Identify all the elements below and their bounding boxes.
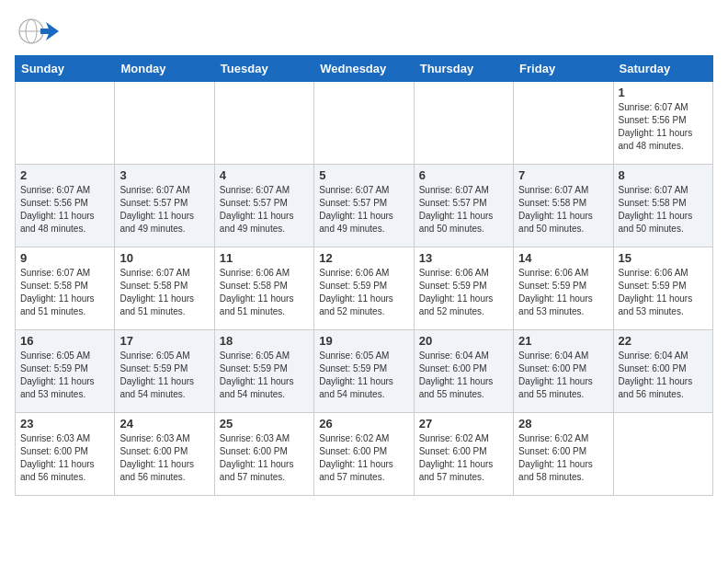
- day-info: Sunrise: 6:07 AM Sunset: 5:57 PM Dayligh…: [119, 184, 209, 236]
- weekday-header: Wednesday: [314, 56, 414, 82]
- calendar-cell: 21Sunrise: 6:04 AM Sunset: 6:00 PM Dayli…: [514, 330, 613, 413]
- day-info: Sunrise: 6:06 AM Sunset: 5:59 PM Dayligh…: [518, 267, 608, 318]
- day-info: Sunrise: 6:07 AM Sunset: 5:57 PM Dayligh…: [419, 184, 508, 236]
- calendar-week-row: 1Sunrise: 6:07 AM Sunset: 5:56 PM Daylig…: [16, 82, 713, 165]
- weekday-header: Thursday: [414, 56, 513, 82]
- day-number: 2: [20, 168, 109, 182]
- day-info: Sunrise: 6:07 AM Sunset: 5:56 PM Dayligh…: [619, 101, 708, 153]
- weekday-header: Monday: [115, 56, 214, 82]
- calendar-cell: 26Sunrise: 6:02 AM Sunset: 6:00 PM Dayli…: [314, 413, 414, 496]
- calendar-cell: 28Sunrise: 6:02 AM Sunset: 6:00 PM Dayli…: [514, 413, 613, 496]
- day-info: Sunrise: 6:02 AM Sunset: 6:00 PM Dayligh…: [319, 432, 408, 484]
- day-info: Sunrise: 6:06 AM Sunset: 5:59 PM Dayligh…: [419, 267, 508, 318]
- calendar-cell: [16, 82, 115, 165]
- day-info: Sunrise: 6:07 AM Sunset: 5:58 PM Dayligh…: [20, 267, 109, 318]
- day-info: Sunrise: 6:06 AM Sunset: 5:58 PM Dayligh…: [220, 267, 309, 318]
- weekday-header: Friday: [514, 56, 613, 82]
- day-info: Sunrise: 6:05 AM Sunset: 5:59 PM Dayligh…: [119, 350, 209, 401]
- day-info: Sunrise: 6:07 AM Sunset: 5:58 PM Dayligh…: [518, 184, 608, 236]
- calendar-cell: 6Sunrise: 6:07 AM Sunset: 5:57 PM Daylig…: [414, 165, 513, 247]
- day-info: Sunrise: 6:03 AM Sunset: 6:00 PM Dayligh…: [20, 432, 109, 484]
- weekday-header: Saturday: [613, 56, 712, 82]
- day-info: Sunrise: 6:03 AM Sunset: 6:00 PM Dayligh…: [220, 432, 309, 484]
- day-number: 24: [119, 417, 209, 431]
- calendar-cell: 22Sunrise: 6:04 AM Sunset: 6:00 PM Dayli…: [613, 330, 712, 413]
- calendar-cell: 16Sunrise: 6:05 AM Sunset: 5:59 PM Dayli…: [16, 330, 115, 413]
- calendar-week-row: 9Sunrise: 6:07 AM Sunset: 5:58 PM Daylig…: [16, 247, 713, 330]
- calendar-cell: 7Sunrise: 6:07 AM Sunset: 5:58 PM Daylig…: [514, 165, 613, 247]
- calendar-cell: 25Sunrise: 6:03 AM Sunset: 6:00 PM Dayli…: [214, 413, 313, 496]
- calendar-cell: 2Sunrise: 6:07 AM Sunset: 5:56 PM Daylig…: [16, 165, 115, 247]
- day-info: Sunrise: 6:05 AM Sunset: 5:59 PM Dayligh…: [20, 350, 109, 401]
- calendar-cell: 17Sunrise: 6:05 AM Sunset: 5:59 PM Dayli…: [115, 330, 214, 413]
- day-number: 12: [319, 251, 408, 265]
- day-info: Sunrise: 6:02 AM Sunset: 6:00 PM Dayligh…: [518, 432, 608, 484]
- day-number: 15: [619, 251, 708, 265]
- calendar-cell: 13Sunrise: 6:06 AM Sunset: 5:59 PM Dayli…: [414, 247, 513, 330]
- day-number: 26: [319, 417, 408, 431]
- day-number: 23: [20, 417, 109, 431]
- calendar-cell: [314, 82, 414, 165]
- calendar-week-row: 16Sunrise: 6:05 AM Sunset: 5:59 PM Dayli…: [16, 330, 713, 413]
- day-number: 1: [619, 86, 708, 99]
- calendar-cell: 5Sunrise: 6:07 AM Sunset: 5:57 PM Daylig…: [314, 165, 414, 247]
- calendar-cell: 14Sunrise: 6:06 AM Sunset: 5:59 PM Dayli…: [514, 247, 613, 330]
- day-number: 8: [619, 168, 708, 182]
- day-info: Sunrise: 6:06 AM Sunset: 5:59 PM Dayligh…: [619, 267, 708, 318]
- calendar-cell: [414, 82, 513, 165]
- day-number: 4: [220, 168, 309, 182]
- weekday-header: Sunday: [16, 56, 115, 82]
- calendar-cell: 3Sunrise: 6:07 AM Sunset: 5:57 PM Daylig…: [115, 165, 214, 247]
- calendar-cell: 18Sunrise: 6:05 AM Sunset: 5:59 PM Dayli…: [214, 330, 313, 413]
- page-header: [15, 15, 713, 48]
- day-info: Sunrise: 6:05 AM Sunset: 5:59 PM Dayligh…: [220, 350, 309, 401]
- day-number: 10: [119, 251, 209, 265]
- calendar-cell: 10Sunrise: 6:07 AM Sunset: 5:58 PM Dayli…: [115, 247, 214, 330]
- calendar-week-row: 23Sunrise: 6:03 AM Sunset: 6:00 PM Dayli…: [16, 413, 713, 496]
- logo: [15, 15, 63, 48]
- day-number: 7: [518, 168, 608, 182]
- day-number: 6: [419, 168, 508, 182]
- day-number: 11: [220, 251, 309, 265]
- day-number: 3: [119, 168, 209, 182]
- calendar-week-row: 2Sunrise: 6:07 AM Sunset: 5:56 PM Daylig…: [16, 165, 713, 247]
- day-info: Sunrise: 6:07 AM Sunset: 5:57 PM Dayligh…: [220, 184, 309, 236]
- day-number: 19: [319, 334, 408, 348]
- weekday-header: Tuesday: [214, 56, 313, 82]
- day-number: 17: [119, 334, 209, 348]
- day-number: 5: [319, 168, 408, 182]
- day-number: 25: [220, 417, 309, 431]
- calendar-cell: [214, 82, 313, 165]
- calendar-table: SundayMondayTuesdayWednesdayThursdayFrid…: [15, 55, 713, 496]
- calendar-cell: 20Sunrise: 6:04 AM Sunset: 6:00 PM Dayli…: [414, 330, 513, 413]
- day-info: Sunrise: 6:07 AM Sunset: 5:57 PM Dayligh…: [319, 184, 408, 236]
- day-number: 27: [419, 417, 508, 431]
- calendar-cell: 27Sunrise: 6:02 AM Sunset: 6:00 PM Dayli…: [414, 413, 513, 496]
- day-number: 13: [419, 251, 508, 265]
- calendar-header-row: SundayMondayTuesdayWednesdayThursdayFrid…: [16, 56, 713, 82]
- calendar-cell: 23Sunrise: 6:03 AM Sunset: 6:00 PM Dayli…: [16, 413, 115, 496]
- calendar-cell: [613, 413, 712, 496]
- day-number: 18: [220, 334, 309, 348]
- day-info: Sunrise: 6:07 AM Sunset: 5:58 PM Dayligh…: [619, 184, 708, 236]
- calendar-cell: [115, 82, 214, 165]
- day-info: Sunrise: 6:02 AM Sunset: 6:00 PM Dayligh…: [419, 432, 508, 484]
- logo-icon: [15, 15, 59, 48]
- calendar-cell: 12Sunrise: 6:06 AM Sunset: 5:59 PM Dayli…: [314, 247, 414, 330]
- calendar-cell: 11Sunrise: 6:06 AM Sunset: 5:58 PM Dayli…: [214, 247, 313, 330]
- day-info: Sunrise: 6:06 AM Sunset: 5:59 PM Dayligh…: [319, 267, 408, 318]
- day-info: Sunrise: 6:04 AM Sunset: 6:00 PM Dayligh…: [419, 350, 508, 401]
- calendar-cell: 15Sunrise: 6:06 AM Sunset: 5:59 PM Dayli…: [613, 247, 712, 330]
- calendar-cell: 19Sunrise: 6:05 AM Sunset: 5:59 PM Dayli…: [314, 330, 414, 413]
- calendar-cell: 1Sunrise: 6:07 AM Sunset: 5:56 PM Daylig…: [613, 82, 712, 165]
- calendar-cell: 24Sunrise: 6:03 AM Sunset: 6:00 PM Dayli…: [115, 413, 214, 496]
- day-number: 9: [20, 251, 109, 265]
- svg-rect-4: [40, 29, 51, 34]
- calendar-cell: [514, 82, 613, 165]
- day-info: Sunrise: 6:05 AM Sunset: 5:59 PM Dayligh…: [319, 350, 408, 401]
- day-number: 20: [419, 334, 508, 348]
- day-info: Sunrise: 6:04 AM Sunset: 6:00 PM Dayligh…: [619, 350, 708, 401]
- calendar-cell: 4Sunrise: 6:07 AM Sunset: 5:57 PM Daylig…: [214, 165, 313, 247]
- day-number: 22: [619, 334, 708, 348]
- day-number: 14: [518, 251, 608, 265]
